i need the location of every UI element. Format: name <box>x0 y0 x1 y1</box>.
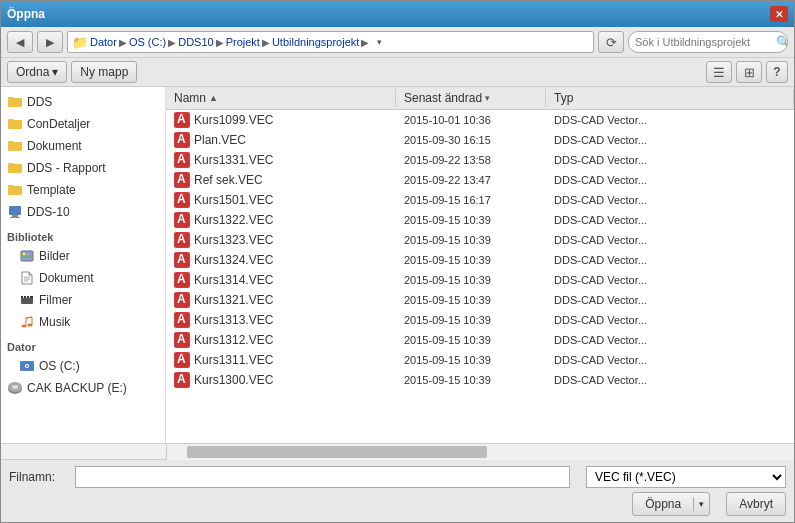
col-header-name[interactable]: Namn ▲ <box>166 89 396 107</box>
svg-text:A: A <box>177 333 186 346</box>
filename-input[interactable] <box>75 466 570 488</box>
path-segment-4[interactable]: Utbildningsprojekt <box>272 36 359 48</box>
new-folder-button[interactable]: Ny mapp <box>71 61 137 83</box>
file-type-icon: A <box>174 152 190 168</box>
table-row[interactable]: AKurs1314.VEC2015-09-15 10:39DDS-CAD Vec… <box>166 270 794 290</box>
sidebar-label-dokument2: Dokument <box>39 271 94 285</box>
sidebar-label-filmer: Filmer <box>39 293 72 307</box>
file-name: Kurs1321.VEC <box>194 293 273 307</box>
sidebar-item-template[interactable]: Template <box>1 179 165 201</box>
table-row[interactable]: AKurs1311.VEC2015-09-15 10:39DDS-CAD Vec… <box>166 350 794 370</box>
col-header-type[interactable]: Typ <box>546 89 794 107</box>
svg-rect-12 <box>29 296 30 298</box>
sort-arrow-name: ▲ <box>209 93 218 103</box>
folder-icon: 📁 <box>72 34 88 50</box>
table-row[interactable]: ARef sek.VEC2015-09-22 13:47DDS-CAD Vect… <box>166 170 794 190</box>
file-type: DDS-CAD Vector... <box>546 213 794 227</box>
table-row[interactable]: AKurs1312.VEC2015-09-15 10:39DDS-CAD Vec… <box>166 330 794 350</box>
h-scroll-thumb[interactable] <box>187 446 487 458</box>
path-bar[interactable]: 📁 Dator ▶ OS (C:) ▶ DDS10 ▶ Projekt ▶ Ut… <box>67 31 594 53</box>
table-row[interactable]: AKurs1300.VEC2015-09-15 10:39DDS-CAD Vec… <box>166 370 794 390</box>
table-row[interactable]: AKurs1501.VEC2015-09-15 16:17DDS-CAD Vec… <box>166 190 794 210</box>
table-row[interactable]: AKurs1324.VEC2015-09-15 10:39DDS-CAD Vec… <box>166 250 794 270</box>
filetype-select[interactable]: VEC fil (*.VEC) <box>586 466 786 488</box>
file-name-cell: AKurs1312.VEC <box>166 331 396 349</box>
sidebar-item-filmer[interactable]: Filmer <box>1 289 165 311</box>
svg-line-15 <box>26 317 32 318</box>
file-type: DDS-CAD Vector... <box>546 373 794 387</box>
file-type: DDS-CAD Vector... <box>546 353 794 367</box>
sidebar-item-dds[interactable]: DDS <box>1 91 165 113</box>
svg-rect-11 <box>26 296 27 298</box>
file-name: Kurs1323.VEC <box>194 233 273 247</box>
sidebar-icon-dokument2 <box>19 270 35 286</box>
path-arrow-1: ▶ <box>168 37 176 48</box>
sidebar-item-bilder[interactable]: Bilder <box>1 245 165 267</box>
refresh-button[interactable]: ⟳ <box>598 31 624 53</box>
table-row[interactable]: AKurs1099.VEC2015-10-01 10:36DDS-CAD Vec… <box>166 110 794 130</box>
view-button[interactable]: ☰ <box>706 61 732 83</box>
sidebar-item-dds-10[interactable]: DDS-10 <box>1 201 165 223</box>
sidebar-label-cak-backup: CAK BACKUP (E:) <box>27 381 127 395</box>
path-dropdown-arrow[interactable]: ▾ <box>371 32 387 52</box>
file-date: 2015-09-15 16:17 <box>396 193 546 207</box>
sidebar-item-musik[interactable]: Musik <box>1 311 165 333</box>
table-row[interactable]: AKurs1321.VEC2015-09-15 10:39DDS-CAD Vec… <box>166 290 794 310</box>
path-segment-1[interactable]: OS (C:) <box>129 36 166 48</box>
file-date: 2015-09-22 13:58 <box>396 153 546 167</box>
sidebar-item-dds-rapport[interactable]: DDS - Rapport <box>1 157 165 179</box>
sidebar-icon-template <box>7 182 23 198</box>
file-type-icon: A <box>174 292 190 308</box>
file-type: DDS-CAD Vector... <box>546 113 794 127</box>
file-name: Kurs1331.VEC <box>194 153 273 167</box>
cancel-button[interactable]: Avbryt <box>726 492 786 516</box>
view-button-2[interactable]: ⊞ <box>736 61 762 83</box>
forward-button[interactable]: ▶ <box>37 31 63 53</box>
sidebar-item-dokument[interactable]: Dokument <box>1 135 165 157</box>
sidebar-icon-bilder <box>19 248 35 264</box>
svg-point-21 <box>12 385 18 389</box>
organize-button[interactable]: Ordna ▾ <box>7 61 67 83</box>
h-scroll-bar[interactable] <box>166 444 794 460</box>
main-content: DDSConDetaljerDokumentDDS - RapportTempl… <box>1 87 794 443</box>
file-name: Ref sek.VEC <box>194 173 263 187</box>
sidebar-item-dokument2[interactable]: Dokument <box>1 267 165 289</box>
sidebar-label-dds: DDS <box>27 95 52 109</box>
table-row[interactable]: APlan.VEC2015-09-30 16:15DDS-CAD Vector.… <box>166 130 794 150</box>
svg-text:A: A <box>177 133 186 146</box>
file-name: Kurs1300.VEC <box>194 373 273 387</box>
sidebar-label-os-c: OS (C:) <box>39 359 80 373</box>
sidebar-item-os-c[interactable]: OS (C:) <box>1 355 165 377</box>
open-dialog: Öppna ✕ ◀ ▶ 📁 Dator ▶ OS (C:) ▶ DDS10 ▶ … <box>0 0 795 523</box>
help-button[interactable]: ? <box>766 61 788 83</box>
file-list-body[interactable]: AKurs1099.VEC2015-10-01 10:36DDS-CAD Vec… <box>166 110 794 443</box>
table-row[interactable]: AKurs1322.VEC2015-09-15 10:39DDS-CAD Vec… <box>166 210 794 230</box>
search-bar[interactable]: 🔍 <box>628 31 788 53</box>
sidebar-item-condetaljer[interactable]: ConDetaljer <box>1 113 165 135</box>
organize-arrow: ▾ <box>52 65 58 79</box>
file-type-icon: A <box>174 212 190 228</box>
close-button[interactable]: ✕ <box>770 6 788 22</box>
table-row[interactable]: AKurs1323.VEC2015-09-15 10:39DDS-CAD Vec… <box>166 230 794 250</box>
open-button[interactable]: Öppna ▾ <box>632 492 710 516</box>
sidebar-item-cak-backup[interactable]: CAK BACKUP (E:) <box>1 377 165 399</box>
file-date: 2015-09-22 13:47 <box>396 173 546 187</box>
search-input[interactable] <box>635 36 773 48</box>
sidebar-label-musik: Musik <box>39 315 70 329</box>
path-segment-3[interactable]: Projekt <box>226 36 260 48</box>
col-header-date[interactable]: Senast ändrad ▾ <box>396 89 546 107</box>
back-button[interactable]: ◀ <box>7 31 33 53</box>
path-segment-0[interactable]: Dator <box>90 36 117 48</box>
horizontal-scrollbar[interactable] <box>1 443 794 459</box>
open-dropdown-arrow[interactable]: ▾ <box>694 499 709 509</box>
file-name-cell: AKurs1300.VEC <box>166 371 396 389</box>
file-name: Kurs1099.VEC <box>194 113 273 127</box>
path-segment-2[interactable]: DDS10 <box>178 36 213 48</box>
svg-point-18 <box>26 365 28 367</box>
file-type: DDS-CAD Vector... <box>546 293 794 307</box>
filename-row: Filnamn: VEC fil (*.VEC) <box>9 466 786 488</box>
table-row[interactable]: AKurs1313.VEC2015-09-15 10:39DDS-CAD Vec… <box>166 310 794 330</box>
action-toolbar: Ordna ▾ Ny mapp ☰ ⊞ ? <box>1 58 794 87</box>
search-icon: 🔍 <box>776 35 788 49</box>
table-row[interactable]: AKurs1331.VEC2015-09-22 13:58DDS-CAD Vec… <box>166 150 794 170</box>
